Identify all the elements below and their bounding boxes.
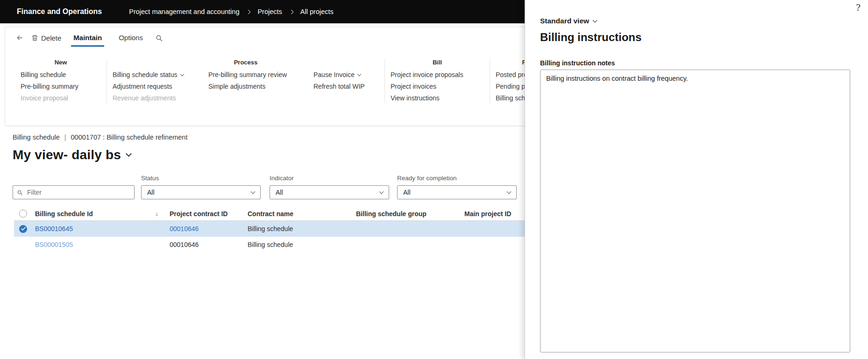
record-context: Billing schedule | 00001707 : Billing sc… [13,134,187,141]
button-pre-billing-summary-review[interactable]: Pre-billing summary review [208,71,313,79]
billing-instruction-notes-label: Billing instruction notes [540,59,615,67]
button-refresh-total-wip[interactable]: Refresh total WIP [313,83,379,91]
chevron-right-icon [289,9,293,14]
breadcrumb: Project management and accounting Projec… [129,8,334,15]
column-header-contract-name[interactable]: Contract name [248,210,356,218]
chevron-down-icon [126,151,132,157]
billing-schedule-id-link[interactable]: BS00001505 [35,241,73,248]
ready-for-completion-filter-dropdown[interactable]: All [397,185,517,199]
search-button[interactable] [151,31,167,45]
status-filter-dropdown[interactable]: All [141,185,261,199]
table-row[interactable]: BS00010645 00010646 Billing schedule [14,221,558,237]
button-billing-schedule[interactable]: Billing schedule [21,71,78,79]
select-all-checkbox[interactable] [19,210,27,218]
search-icon [17,190,23,196]
column-header-billing-schedule-id[interactable]: Billing schedule Id ↓ [35,210,170,218]
project-contract-id-cell: 00010646 [170,241,248,248]
ribbon-group-title: New [21,59,101,66]
ribbon-group-process: Process Billing schedule status Adjustme… [113,59,379,106]
button-project-invoice-proposals[interactable]: Project invoice proposals [391,71,463,79]
chevron-down-icon [251,189,256,194]
button-pause-invoice[interactable]: Pause Invoice [313,71,379,79]
indicator-filter-label: Indicator [270,175,294,182]
ribbon-divider [384,59,385,103]
chevron-down-icon [507,189,512,194]
button-simple-adjustments[interactable]: Simple adjustments [208,83,313,91]
project-contract-id-link[interactable]: 00010646 [170,225,199,232]
chevron-right-icon [246,9,251,14]
contract-name-cell: Billing schedule [248,225,356,232]
back-button[interactable] [12,31,28,44]
button-adjustment-requests[interactable]: Adjustment requests [113,83,208,91]
delete-button[interactable]: Delete [28,31,65,45]
ribbon-group-new: New Billing schedule Pre-billing summary… [21,59,101,106]
flyout-title: Billing instructions [540,31,641,44]
table-row[interactable]: BS00001505 00010646 Billing schedule [14,237,558,253]
ribbon-group-bill: Bill Project invoice proposals Project i… [391,59,484,106]
breadcrumb-item-all-projects[interactable]: All projects [300,8,334,15]
search-icon [155,34,163,42]
check-icon [21,227,26,231]
tab-maintain[interactable]: Maintain [71,29,104,47]
trash-icon [31,34,38,42]
button-revenue-adjustments: Revenue adjustments [113,94,208,102]
breadcrumb-item-projects[interactable]: Projects [257,8,282,15]
ribbon-group-title: Process [113,59,379,66]
indicator-filter-dropdown[interactable]: All [270,185,389,199]
billing-instructions-flyout: ? Standard view Billing instructions Bil… [525,0,868,359]
ready-for-completion-filter-label: Ready for completion [397,175,457,182]
billing-schedule-id-link[interactable]: BS00010645 [35,225,73,232]
button-invoice-proposal: Invoice proposal [21,94,78,102]
billing-instruction-notes-textarea[interactable]: Billing instructions on contract billing… [540,70,850,352]
button-view-instructions[interactable]: View instructions [391,94,463,102]
chevron-down-icon [593,18,598,22]
page-title: My view- daily bs [13,148,121,162]
breadcrumb-item-module[interactable]: Project management and accounting [129,8,239,15]
grid-filter-box [13,185,135,199]
tab-options[interactable]: Options [116,29,145,47]
view-title-dropdown[interactable]: My view- daily bs [13,148,131,162]
status-filter-label: Status [141,175,159,182]
chevron-down-icon [180,72,184,76]
chevron-down-icon [357,72,361,76]
back-arrow-icon [15,34,24,42]
grid-header-row: Billing schedule Id ↓ Project contract I… [14,207,558,221]
column-header-project-contract-id[interactable]: Project contract ID [170,210,248,218]
column-header-billing-schedule-group[interactable]: Billing schedule group [356,210,464,218]
button-billing-schedule-status[interactable]: Billing schedule status [113,71,208,79]
sort-descending-icon[interactable]: ↓ [156,210,159,217]
record-entity: Billing schedule [13,134,60,141]
ribbon-group-title: Bill [391,59,484,66]
app-title: Finance and Operations [0,7,102,16]
record-title: 00001707 : Billing schedule refinement [71,134,188,141]
filter-input[interactable] [26,188,130,197]
contract-name-cell: Billing schedule [248,241,356,248]
billing-schedule-grid: Billing schedule Id ↓ Project contract I… [14,207,558,253]
ribbon-divider [490,59,490,103]
standard-view-selector[interactable]: Standard view [540,17,597,25]
delete-button-label: Delete [41,34,61,42]
button-project-invoices[interactable]: Project invoices [391,83,463,91]
app-root: Finance and Operations Project managemen… [0,0,868,359]
chevron-down-icon [379,189,384,194]
ribbon-divider [107,59,107,103]
help-icon[interactable]: ? [856,3,861,13]
button-pre-billing-summary[interactable]: Pre-billing summary [21,83,78,91]
record-separator: | [64,134,66,141]
row-selected-checkbox[interactable] [19,225,27,233]
